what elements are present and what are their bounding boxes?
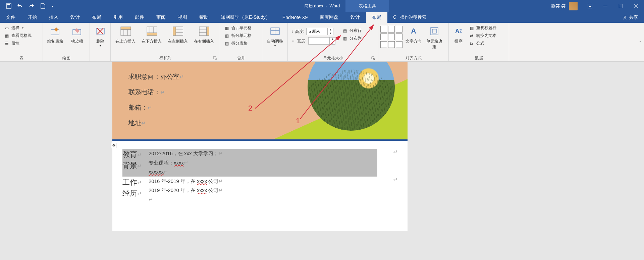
tab-cnki[interactable]: 知网研学（原E-Study） <box>215 12 276 23</box>
tab-home[interactable]: 开始 <box>21 12 43 23</box>
tab-table-layout[interactable]: 布局 <box>366 12 387 23</box>
tab-design[interactable]: 设计 <box>64 12 86 23</box>
dialog-launcher-icon[interactable] <box>371 56 375 60</box>
paragraph-mark: ↵ <box>179 74 184 80</box>
align-tl[interactable] <box>380 26 387 32</box>
align-bc[interactable] <box>388 41 395 48</box>
tab-review[interactable]: 审阅 <box>150 12 172 23</box>
align-tc[interactable] <box>388 26 395 32</box>
tab-references[interactable]: 引用 <box>107 12 129 23</box>
distribute-rows-button[interactable]: ▤分布行 <box>340 27 364 34</box>
width-spinner[interactable]: ▲▼ <box>308 37 335 45</box>
redo-button[interactable] <box>26 1 37 11</box>
new-doc-button[interactable] <box>38 1 48 11</box>
align-br[interactable] <box>396 41 402 48</box>
width-up[interactable]: ▲ <box>330 37 335 41</box>
dialog-launcher-icon[interactable] <box>213 56 217 60</box>
svg-rect-16 <box>173 27 176 36</box>
group-label-table: 表 <box>2 55 41 61</box>
tell-me[interactable]: 操作说明搜索 <box>392 12 426 23</box>
section-content-cell[interactable]: 2016 年-2019 年，在 xxxx 公司↵ 2019 年-2020 年，在… <box>147 177 377 204</box>
table-move-handle[interactable]: ✥ <box>111 143 116 148</box>
share-button[interactable]: 共享 <box>623 12 638 23</box>
section-title-cell[interactable]: 教育↵ 背景↵ <box>122 149 147 177</box>
phone-line[interactable]: 联系电话：↵ <box>128 88 165 96</box>
section-title-cell[interactable]: 工作↵ 经历↵ <box>122 177 147 204</box>
tab-layout[interactable]: 布局 <box>86 12 107 23</box>
doc-title: 简历.docx <box>304 3 323 8</box>
tab-baidu[interactable]: 百度网盘 <box>314 12 344 23</box>
window-title: 简历.docx - Word <box>304 3 340 9</box>
delete-button[interactable]: 删除▾ <box>92 24 108 47</box>
maximize-button[interactable] <box>613 0 629 12</box>
table-row[interactable]: 教育↵ 背景↵ 2012-2016，在 xxx 大学学习；↵ 专业课程：xxxx… <box>122 149 397 177</box>
intent-line[interactable]: 求职意向：办公室↵ <box>128 72 184 81</box>
qat-customize-button[interactable]: ▾ <box>49 1 56 11</box>
align-bl[interactable] <box>380 41 387 48</box>
insert-left-button[interactable]: 在左侧插入 <box>165 24 191 44</box>
repeat-header-button[interactable]: ▤重复标题行 <box>467 24 498 31</box>
maximize-icon <box>619 4 623 8</box>
align-mr[interactable] <box>396 34 402 40</box>
undo-icon <box>17 3 23 9</box>
user-avatar[interactable] <box>569 2 578 10</box>
document-canvas[interactable]: 求职意向：办公室↵ 联系电话：↵ 邮箱：↵ 地址↵ ✥ 教育↵ 背景↵ 2012… <box>0 62 644 260</box>
table-row[interactable]: 工作↵ 经历↵ 2016 年-2019 年，在 xxxx 公司↵ 2019 年-… <box>122 177 397 204</box>
tab-view[interactable]: 视图 <box>172 12 193 23</box>
cell-margins-button[interactable]: 单元格边距 <box>425 24 444 50</box>
width-down[interactable]: ▼ <box>330 41 335 45</box>
pencil-icon <box>50 26 61 37</box>
save-button[interactable] <box>3 1 14 11</box>
insert-below-button[interactable]: 在下方插入 <box>139 24 164 44</box>
formula-button[interactable]: fx公式 <box>467 40 498 47</box>
split-cells-button[interactable]: ▥拆分单元格 <box>222 32 254 39</box>
ribbon: ▭选择▾ ▦查看网格线 ☰属性 表 绘制表格 橡皮擦 绘图 删除▾ 在上方插入 … <box>0 23 644 62</box>
address-line[interactable]: 地址↵ <box>128 119 146 127</box>
width-input[interactable] <box>309 39 329 43</box>
sort-button[interactable]: AZ排序 <box>451 24 466 44</box>
tab-insert[interactable]: 插入 <box>43 12 64 23</box>
tab-mailings[interactable]: 邮件 <box>129 12 150 23</box>
svg-rect-6 <box>394 18 395 19</box>
tab-endnote[interactable]: EndNote X9 <box>276 12 314 23</box>
tab-help[interactable]: 帮助 <box>193 12 215 23</box>
page: 求职意向：办公室↵ 联系电话：↵ 邮箱：↵ 地址↵ ✥ 教育↵ 背景↵ 2012… <box>112 62 408 231</box>
height-input[interactable] <box>307 29 327 34</box>
email-line[interactable]: 邮箱：↵ <box>128 103 152 112</box>
properties-label: 属性 <box>11 41 19 46</box>
select-button[interactable]: ▭选择▾ <box>2 24 34 31</box>
distribute-cols-icon: ▥ <box>342 36 347 41</box>
ribbon-display-button[interactable] <box>582 0 598 12</box>
tab-file[interactable]: 文件 <box>0 12 21 23</box>
tab-table-design[interactable]: 设计 <box>344 12 366 23</box>
eraser-button[interactable]: 橡皮擦 <box>67 24 88 44</box>
merge-cells-button[interactable]: ▦合并单元格 <box>222 24 254 31</box>
height-down[interactable]: ▼ <box>328 31 333 35</box>
align-mc[interactable] <box>388 34 395 40</box>
close-button[interactable] <box>629 0 644 12</box>
svg-rect-13 <box>147 27 157 33</box>
group-label-align: 对齐方式 <box>380 55 446 61</box>
undo-button[interactable] <box>15 1 25 11</box>
collapse-ribbon-button[interactable]: ˄ <box>636 23 644 61</box>
height-spinner[interactable]: ▲▼ <box>306 28 333 35</box>
lightbulb-icon <box>392 15 397 20</box>
text-direction-button[interactable]: A文字方向 <box>403 24 424 44</box>
section-content-cell[interactable]: 2012-2016，在 xxx 大学学习；↵ 专业课程：xxxx↵ xxxxxx… <box>147 149 377 177</box>
user-name[interactable]: 微笑 笑 <box>551 3 566 9</box>
view-gridlines-button[interactable]: ▦查看网格线 <box>2 32 34 39</box>
convert-to-text-button[interactable]: ⇄转换为文本 <box>467 32 498 39</box>
align-tr[interactable] <box>396 26 402 32</box>
minimize-button[interactable] <box>598 0 613 12</box>
insert-right-button[interactable]: 在右侧插入 <box>191 24 217 44</box>
insert-above-button[interactable]: 在上方插入 <box>113 24 138 44</box>
autofit-button[interactable]: 自动调整▾ <box>264 24 285 47</box>
distribute-cols-button[interactable]: ▥分布列 <box>340 35 364 42</box>
split-table-button[interactable]: ▤拆分表格 <box>222 40 254 47</box>
svg-rect-12 <box>121 27 131 29</box>
align-ml[interactable] <box>380 34 387 40</box>
properties-button[interactable]: ☰属性 <box>2 40 34 47</box>
height-up[interactable]: ▲ <box>328 28 333 31</box>
width-label: 宽度: <box>297 38 306 44</box>
draw-table-button[interactable]: 绘制表格 <box>45 24 66 44</box>
